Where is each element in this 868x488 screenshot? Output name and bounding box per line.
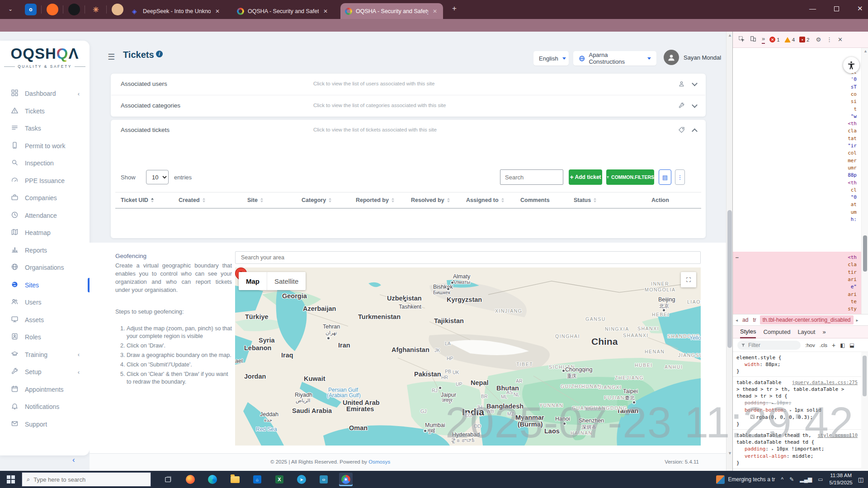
devtools-more-tabs-icon[interactable]: » <box>762 35 765 44</box>
edge-icon[interactable] <box>206 473 219 486</box>
tab-search-caret[interactable]: ⌄ <box>8 6 13 12</box>
sidebar-item-permit-to-work[interactable]: Permit to work <box>0 137 90 155</box>
column-header-reported-by[interactable]: Reported by <box>350 197 406 203</box>
sidebar-item-tickets[interactable]: Tickets <box>0 103 90 120</box>
computed-panel-icon[interactable]: ⬓ <box>849 342 854 348</box>
styles-filter-input[interactable]: Filter <box>737 341 801 350</box>
asterisk-icon[interactable]: ✳ <box>90 4 102 15</box>
sidebar-item-setup[interactable]: Setup‹ <box>0 363 90 381</box>
breadcrumb-item[interactable]: th.tbl-header-center.sorting_disabled <box>760 315 854 324</box>
sidebar-item-assets[interactable]: Assets <box>0 311 90 329</box>
sort-arrows-icon[interactable] <box>594 198 596 202</box>
breadcrumb-item[interactable]: tr <box>753 317 756 323</box>
outlook-icon[interactable]: o <box>25 4 37 15</box>
title-info-icon[interactable]: i <box>156 51 163 57</box>
column-header-category[interactable]: Category <box>296 197 350 203</box>
devtools-tab-computed[interactable]: Computed <box>763 326 790 338</box>
breadcrumb-right-arrow[interactable]: ▸ <box>856 318 859 323</box>
column-header-comments[interactable]: Comments <box>515 197 568 203</box>
store-icon[interactable]: ⌂ <box>250 473 264 486</box>
device-toolbar-icon[interactable] <box>750 36 756 43</box>
taskbar-clock[interactable]: 11:38 AM5/19/2025 <box>830 472 853 486</box>
map-search-input[interactable] <box>235 251 701 264</box>
sidebar-item-heatmap[interactable]: Heatmap <box>0 224 90 242</box>
console-errors-badge[interactable]: ✕1 <box>769 37 779 42</box>
column-header-site[interactable]: Site <box>242 197 296 203</box>
sidebar-item-reports[interactable]: Reports <box>0 242 90 259</box>
css-rule[interactable]: table.dataTablejquery.data…les.css:275> … <box>733 377 861 430</box>
devtools-tab-layout[interactable]: Layout <box>797 326 815 338</box>
tab-close-icon[interactable]: ✕ <box>433 8 437 14</box>
sidebar-item-companies[interactable]: Companies <box>0 189 90 207</box>
devtools-tab-styles[interactable]: Styles <box>740 326 756 338</box>
taskbar-search-input[interactable] <box>33 476 133 483</box>
column-header-ticket-uid[interactable]: Ticket UID <box>115 197 173 203</box>
sort-arrows-icon[interactable] <box>329 198 331 202</box>
network-signal-icon[interactable]: ▂▄▆ <box>800 476 812 483</box>
telegram-icon[interactable]: ➤ <box>295 473 308 486</box>
chrome-icon[interactable] <box>339 473 353 486</box>
scrollbar-up-arrow[interactable]: ▲ <box>728 33 732 38</box>
news-widget[interactable]: Emerging techs a tr <box>716 475 775 484</box>
css-rule[interactable]: table.dataTable thead th,style.scss:110t… <box>733 430 861 469</box>
user-chip[interactable]: Sayan Mondal <box>664 50 721 65</box>
github-icon[interactable] <box>68 4 80 15</box>
tab-close-icon[interactable]: ✕ <box>215 8 220 14</box>
browser-tab[interactable]: ◈DeepSeek - Into the Unknown✕ <box>127 3 224 19</box>
css-declaration[interactable]: padding: ▸ 10px !important; <box>736 446 861 453</box>
scrollbar-down-arrow[interactable]: ▼ <box>728 451 732 455</box>
css-declaration[interactable]: vertical-align: middle; <box>736 453 861 460</box>
sort-arrows-icon[interactable] <box>447 198 450 202</box>
elements-vertical-scrollbar[interactable]: ▲▼ <box>861 48 868 341</box>
css-source-link[interactable]: jquery.data…les.css:275 <box>792 379 858 386</box>
sidebar-item-dashboard[interactable]: Dashboard‹ <box>0 85 90 103</box>
styles-scrollbar-thumb[interactable] <box>863 356 867 396</box>
window-close-button[interactable]: ✕ <box>857 5 863 13</box>
add-ticket-button[interactable]: +Add ticket <box>569 169 602 185</box>
action-center-icon[interactable]: ◫ <box>858 476 863 483</box>
common-filters-button[interactable]: COMMON.FILTERS <box>606 169 654 185</box>
excel-icon[interactable]: X <box>273 473 286 486</box>
css-source-link[interactable]: style.scss:110 <box>817 432 858 439</box>
column-header-created[interactable]: Created <box>173 197 242 203</box>
organisation-selector[interactable]: Aparna Constructions <box>573 51 656 66</box>
language-selector[interactable]: English <box>533 51 569 66</box>
tray-expand-chevron[interactable]: ^ <box>781 476 784 483</box>
css-declaration[interactable]: width: 88px; <box>736 361 861 368</box>
window-minimize-button[interactable]: — <box>809 5 816 12</box>
devtools-kebab-menu-icon[interactable]: ⋮ <box>826 36 832 43</box>
associated-categories-row[interactable]: Associated categories Click to view the … <box>111 95 706 117</box>
sidebar-item-notifications[interactable]: Notifications <box>0 398 90 416</box>
chevron-up-icon[interactable] <box>692 128 698 134</box>
sidebar-collapse-chevron[interactable]: ‹ <box>72 455 75 465</box>
sidebar-item-ppe-issuance[interactable]: PPE Issuance <box>0 172 90 190</box>
google-map[interactable]: GeorgiaAzerbaijanTürkiyeSyriaLebanonIraq… <box>235 267 701 446</box>
map-button[interactable]: Map <box>239 272 267 290</box>
browser-tab[interactable]: OQSHA - Security and Safety | F✕ <box>340 3 443 19</box>
column-visibility-button[interactable]: ▤ <box>659 169 671 185</box>
peach-icon[interactable] <box>112 4 123 15</box>
chevron-down-icon[interactable] <box>692 102 698 108</box>
column-header-assigned-to[interactable]: Assigned to <box>461 197 515 203</box>
entries-per-page-select[interactable]: 10 <box>146 170 169 184</box>
devtools-styles-pane[interactable]: element.style {width: 88px;}table.dataTa… <box>733 352 861 471</box>
toggle-hover-state[interactable]: :hov <box>805 343 815 348</box>
table-search-input[interactable] <box>500 169 563 185</box>
vscode-icon[interactable]: ‹› <box>317 473 330 486</box>
sidebar-item-organisations[interactable]: Organisations <box>0 259 90 277</box>
column-header-status[interactable]: Status <box>568 197 646 203</box>
css-declaration[interactable]: padding: ▸ 10px; <box>736 399 861 407</box>
sidebar-item-attendance[interactable]: Attendance <box>0 207 90 225</box>
table-kebab-menu-button[interactable]: ⋮ <box>675 169 685 185</box>
issues-badge[interactable]: ▪2 <box>799 37 809 42</box>
fullscreen-button[interactable]: ⛶ <box>681 272 696 287</box>
file-explorer-icon[interactable] <box>228 473 242 486</box>
v-scrollbar-thumb[interactable] <box>863 235 867 272</box>
sidebar-item-users[interactable]: Users <box>0 294 90 311</box>
selected-element-highlight[interactable]: … <box>733 252 861 319</box>
devtools-elements-tree[interactable]: … cl'0sTcosit"w<thclatat"ircolmerumr88p<… <box>733 48 861 341</box>
sidebar-item-appointments[interactable]: Appointments <box>0 381 90 399</box>
css-declaration[interactable]: border-bottom: ▸ 1px solid <box>736 407 861 414</box>
sidebar-item-training[interactable]: Training‹ <box>0 346 90 364</box>
column-header-action[interactable]: Action <box>646 197 700 203</box>
